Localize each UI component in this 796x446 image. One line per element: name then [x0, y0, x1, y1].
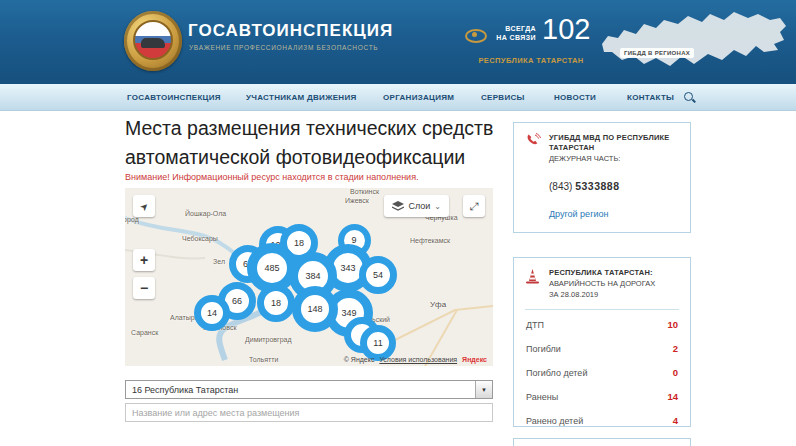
stat-row-dtp: ДТП 10: [526, 319, 678, 330]
stats-title: РЕСПУБЛИКА ТАТАРСТАН:: [549, 268, 678, 278]
clipped-content-row: [125, 442, 485, 446]
contact-phone: (843) 5333888: [549, 180, 678, 192]
geolocate-arrow-icon: ➤: [137, 199, 151, 213]
nav-item-organizaciyam[interactable]: ОРГАНИЗАЦИЯМ: [383, 93, 454, 102]
yandex-map[interactable]: вгородЙошкар-ОлаЧебоксарыВоткинскИжевскЧ…: [125, 188, 493, 366]
map-city-label: Чебоксары: [182, 235, 218, 242]
header-region-label: РЕСПУБЛИКА ТАТАРСТАН: [476, 56, 586, 65]
layers-button[interactable]: Слои ⌄: [384, 195, 449, 217]
zoom-in-button[interactable]: +: [133, 249, 155, 271]
yandex-logo[interactable]: Яндекс: [462, 356, 487, 363]
accidents-panel: РЕСПУБЛИКА ТАТАРСТАН: АВАРИЙНОСТЬ НА ДОР…: [513, 257, 691, 427]
nav-item-novosti[interactable]: НОВОСТИ: [554, 93, 596, 102]
site-title: ГОСАВТОИНСПЕКЦИЯ: [188, 21, 393, 41]
stat-row-injured: Ранены 14: [526, 391, 678, 402]
search-icon[interactable]: [684, 92, 693, 101]
site-header: ГОСАВТОИНСПЕКЦИЯ УВАЖЕНИЕ ПРОФЕССИОНАЛИЗ…: [0, 0, 796, 84]
map-city-label: Ижевск: [345, 197, 369, 204]
logo-car-icon: [141, 38, 165, 48]
map-attribution: © ЯндексУсловия использованияЯндекс: [344, 356, 487, 363]
contact-duty-label: ДЕЖУРНАЯ ЧАСТЬ:: [549, 154, 678, 164]
select-dropdown-arrow-icon[interactable]: ▼: [475, 381, 492, 398]
map-cluster-marker[interactable]: 14: [194, 295, 230, 331]
russia-silhouette-icon: [598, 10, 790, 74]
regions-map-label[interactable]: ГИБДД В РЕГИОНАХ: [620, 48, 694, 58]
other-region-link[interactable]: Другой регион: [549, 209, 678, 219]
copyright-label: © Яндекс: [344, 356, 375, 363]
map-city-label: Воткинск: [350, 188, 379, 195]
map-city-label: Тольятти: [249, 356, 278, 363]
russia-regions-map[interactable]: ГИБДД В РЕГИОНАХ: [598, 10, 790, 74]
map-city-label: Нефтекамск: [410, 237, 450, 244]
eye-icon: [465, 29, 487, 43]
traffic-cone-icon: [525, 268, 540, 285]
fullscreen-button[interactable]: ⤢: [463, 195, 485, 217]
map-city-label: вгород: [125, 216, 139, 223]
map-city-label: Йошкар-Ола: [185, 210, 226, 217]
stats-rows: ДТП 10 Погибли 2 Погибло детей 0 Ранены …: [526, 319, 678, 426]
nav-item-uchastnikam[interactable]: УЧАСТНИКАМ ДВИЖЕНИЯ: [246, 93, 357, 102]
address-search-input[interactable]: [125, 403, 493, 422]
map-cluster-marker[interactable]: 148: [292, 286, 338, 332]
nav-item-gosavtoinspekcia[interactable]: ГОСАВТОИНСПЕКЦИЯ: [127, 93, 221, 102]
page-title: Места размещения технических средствавто…: [125, 114, 515, 172]
map-cluster-marker[interactable]: 54: [359, 256, 397, 294]
region-select-value: 16 Республика Татарстан: [132, 385, 238, 395]
geolocate-button[interactable]: ➤: [133, 195, 155, 217]
terms-link[interactable]: Условия использования: [379, 356, 457, 363]
contact-title: УГИБДД МВД ПО РЕСПУБЛИКЕ ТАТАРСТАН: [549, 133, 678, 153]
stats-date: ЗА 28.08.2019: [549, 290, 678, 300]
emergency-number: 102: [542, 13, 590, 46]
stat-row-dead: Погибли 2: [526, 343, 678, 354]
gibdd-logo[interactable]: [124, 11, 182, 71]
map-city-label: Димитровград: [245, 336, 292, 343]
stats-divider: [525, 309, 679, 310]
site-slogan: УВАЖЕНИЕ ПРОФЕССИОНАЛИЗМ БЕЗОПАСНОСТЬ: [189, 44, 378, 51]
main-nav: ГОСАВТОИНСПЕКЦИЯ УЧАСТНИКАМ ДВИЖЕНИЯ ОРГ…: [0, 84, 796, 111]
warning-text: Внимание! Информационный ресурс находитс…: [125, 172, 419, 182]
nav-item-kontakty[interactable]: КОНТАКТЫ: [627, 93, 674, 102]
region-select[interactable]: 16 Республика Татарстан ▼: [125, 380, 493, 399]
nav-item-servisy[interactable]: СЕРВИСЫ: [481, 93, 525, 102]
map-city-label: Уфа: [430, 300, 446, 309]
phone-icon: [525, 133, 541, 149]
zoom-out-button[interactable]: −: [133, 277, 155, 299]
layers-icon: [392, 201, 404, 211]
stat-row-injured-children: Ранено детей 4: [526, 415, 678, 426]
map-city-label: Зел: [213, 258, 225, 265]
chevron-down-icon: ⌄: [434, 202, 441, 211]
map-city-label: Саранск: [131, 329, 158, 336]
stat-row-dead-children: Погибло детей 0: [526, 367, 678, 378]
always-in-touch-label: ВСЕГДАНА СВЯЗИ: [490, 24, 536, 42]
map-cluster-marker[interactable]: 18: [257, 284, 295, 322]
clipped-panel: [513, 438, 691, 446]
stats-subtitle: АВАРИЙНОСТЬ НА ДОРОГАХ: [549, 279, 678, 289]
layers-label: Слои: [408, 201, 430, 211]
contact-panel: УГИБДД МВД ПО РЕСПУБЛИКЕ ТАТАРСТАН ДЕЖУР…: [513, 122, 691, 233]
